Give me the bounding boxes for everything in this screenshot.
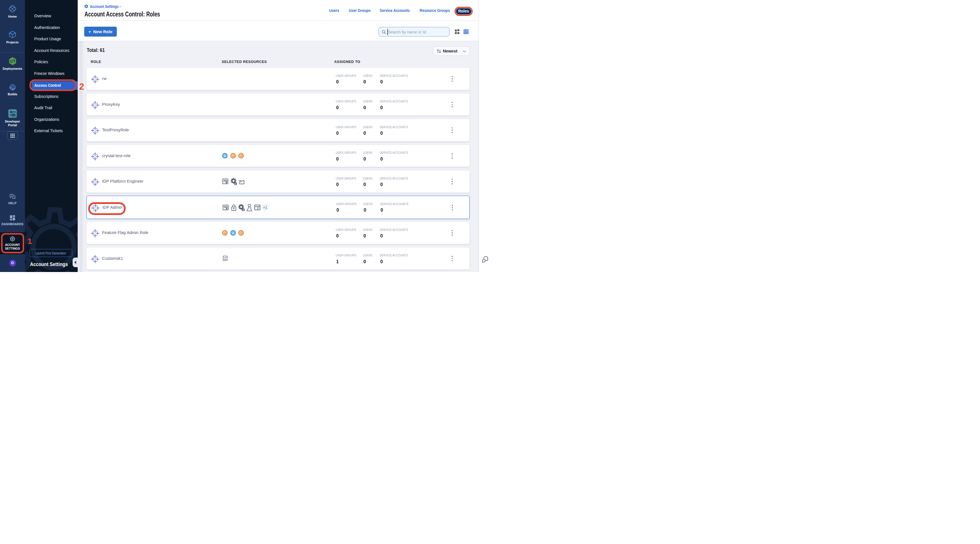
- svg-text:?: ?: [11, 194, 12, 197]
